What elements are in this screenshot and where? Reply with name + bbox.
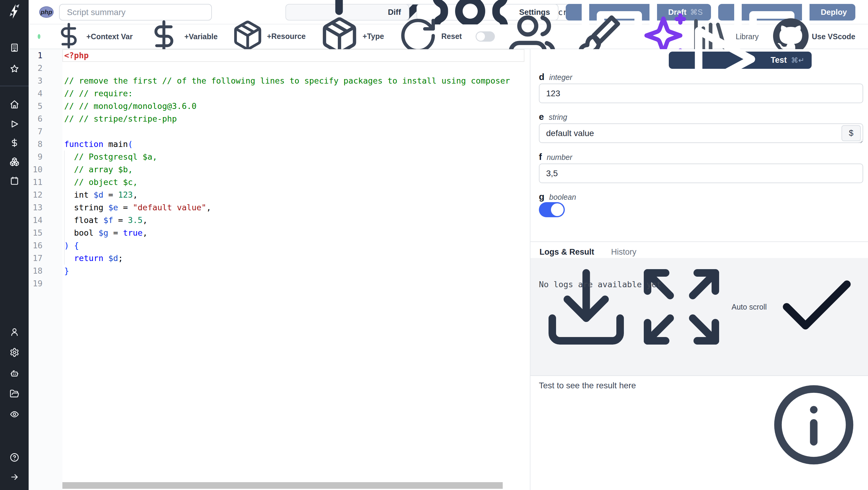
sidebar-robot-icon[interactable] xyxy=(10,368,19,378)
field-d-input[interactable] xyxy=(539,84,863,103)
line-number: 16 xyxy=(29,239,62,252)
code-line-16[interactable]: ) { xyxy=(62,239,526,252)
horizontal-scrollbar[interactable] xyxy=(62,482,503,489)
sidebar-divider xyxy=(0,86,29,86)
sidebar-user-icon[interactable] xyxy=(10,327,19,337)
line-number: 18 xyxy=(29,265,62,277)
windmill-logo-icon[interactable] xyxy=(7,4,22,19)
code-line-10[interactable]: // array $b, xyxy=(62,163,526,176)
line-number: 2 xyxy=(29,62,62,75)
line-number: 13 xyxy=(29,201,62,214)
add-context-var-button[interactable]: +Context Var xyxy=(54,21,133,52)
line-number: 14 xyxy=(29,214,62,227)
sidebar-boxes-icon[interactable] xyxy=(10,157,19,167)
textarea-resize-handle[interactable] xyxy=(858,139,863,143)
download-logs-icon[interactable] xyxy=(541,262,631,352)
auto-scroll-label[interactable]: Auto scroll xyxy=(732,302,767,311)
line-number: 12 xyxy=(29,189,62,201)
field-label-f: f number xyxy=(539,152,572,162)
field-label-d: d integer xyxy=(539,72,572,82)
dollar-icon xyxy=(54,21,84,52)
test-shortcut: ⌘↵ xyxy=(791,56,804,64)
sidebar-star-icon[interactable] xyxy=(10,64,19,74)
sidebar-gear-icon[interactable] xyxy=(10,348,19,357)
code-line-2[interactable] xyxy=(62,62,526,75)
insert-variable-button[interactable]: $ xyxy=(841,125,861,141)
code-line-9[interactable]: // Postgresql $a, xyxy=(62,150,526,163)
line-number: 9 xyxy=(29,150,62,163)
sidebar-eye-icon[interactable] xyxy=(10,409,19,419)
sidebar-calendar-icon[interactable] xyxy=(10,176,19,185)
code-line-13[interactable]: string $e = "default value", xyxy=(62,201,526,214)
sidebar-folder-open-icon[interactable] xyxy=(10,389,19,399)
field-label-g: g boolean xyxy=(539,192,576,202)
code-line-3[interactable]: // remove the first // of the following … xyxy=(62,75,526,87)
code-line-14[interactable]: float $f = 3.5, xyxy=(62,214,526,227)
code-line-6[interactable]: // // stripe/stripe-php xyxy=(62,113,526,125)
line-number: 15 xyxy=(29,227,62,239)
code-line-18[interactable]: } xyxy=(62,265,526,277)
code-line-11[interactable]: // object $c, xyxy=(62,176,526,189)
line-number-gutter: 12345678910111213141516171819 xyxy=(29,49,62,490)
expand-logs-icon[interactable] xyxy=(636,262,727,352)
result-area: Test to see the result here xyxy=(530,375,868,490)
code-line-12[interactable]: int $d = 123, xyxy=(62,189,526,201)
code-pane[interactable]: <?php// remove the first // of the follo… xyxy=(62,49,526,490)
sidebar-home-icon[interactable] xyxy=(10,99,19,109)
line-number: 7 xyxy=(29,125,62,138)
script-editor-page: php Path u/henri/honored_script Diff Set… xyxy=(0,0,868,490)
line-number: 5 xyxy=(29,100,62,113)
status-dot xyxy=(38,34,40,39)
sidebar-play-icon[interactable] xyxy=(10,119,19,129)
sidebar-help-circle-icon[interactable] xyxy=(10,453,19,462)
sidebar-building-icon[interactable] xyxy=(10,43,19,53)
logs-empty-message: No logs are available yet xyxy=(539,280,661,289)
line-number: 11 xyxy=(29,176,62,189)
line-number: 17 xyxy=(29,252,62,265)
code-line-8[interactable]: function main( xyxy=(62,138,526,150)
run-panel: Test ⌘↵ d integer e string $ f number g … xyxy=(530,49,868,490)
line-number: 19 xyxy=(29,277,62,290)
info-icon[interactable] xyxy=(769,380,859,470)
line-number: 10 xyxy=(29,163,62,176)
result-placeholder: Test to see the result here xyxy=(539,381,636,391)
field-f-input[interactable] xyxy=(539,164,863,183)
code-line-15[interactable]: bool $g = true, xyxy=(62,227,526,239)
sidebar xyxy=(0,0,29,490)
code-line-5[interactable]: // // monolog/monolog@3.6.0 xyxy=(62,100,526,113)
multiplayer-toggle[interactable] xyxy=(475,31,495,41)
line-number: 3 xyxy=(29,75,62,87)
sidebar-arrow-right-icon[interactable] xyxy=(10,472,19,482)
line-number: 4 xyxy=(29,87,62,100)
field-e-input[interactable] xyxy=(539,123,863,143)
add-resource-button[interactable]: +Resource xyxy=(231,19,306,54)
code-line-7[interactable] xyxy=(62,125,526,138)
code-line-1[interactable]: <?php xyxy=(62,49,526,62)
line-number: 8 xyxy=(29,138,62,150)
code-editor[interactable]: 12345678910111213141516171819 <?php// re… xyxy=(29,49,530,490)
logs-area: Auto scroll No logs are available yet xyxy=(530,258,868,375)
code-line-4[interactable]: // // require: xyxy=(62,87,526,100)
panel-divider xyxy=(530,241,868,242)
field-label-e: e string xyxy=(539,112,567,122)
field-g-toggle[interactable] xyxy=(539,202,565,217)
auto-scroll-check-icon[interactable] xyxy=(772,262,862,352)
line-number: 1 xyxy=(29,49,62,62)
code-line-17[interactable]: return $d; xyxy=(62,252,526,265)
package-icon xyxy=(231,19,264,54)
code-line-19[interactable] xyxy=(62,277,526,290)
line-number: 6 xyxy=(29,113,62,125)
sidebar-dollar-icon[interactable] xyxy=(10,138,19,148)
test-button[interactable]: Test ⌘↵ xyxy=(669,52,812,69)
